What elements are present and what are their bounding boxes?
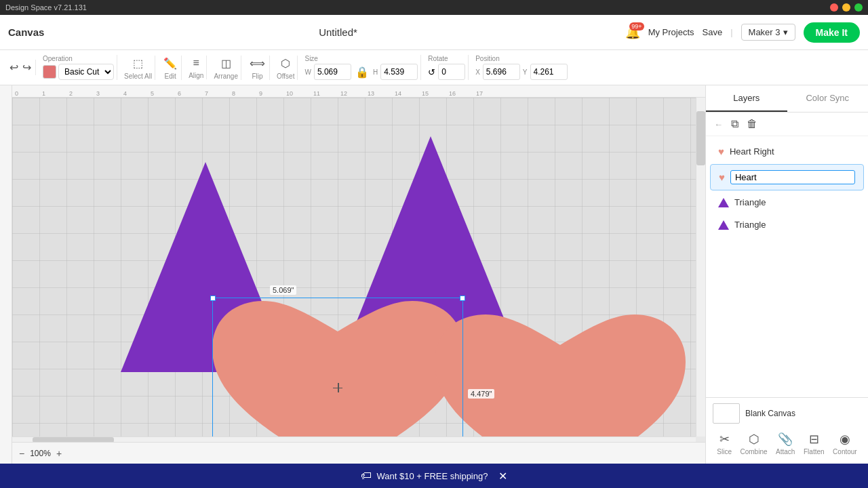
panel-delete-btn[interactable]: 🗑	[745, 117, 759, 131]
promo-close-btn[interactable]: ✕	[498, 470, 507, 483]
save-btn[interactable]: Save	[703, 27, 723, 37]
operation-color[interactable]	[43, 65, 56, 79]
document-title: Untitled*	[58, 26, 618, 38]
ruler-vertical	[0, 85, 12, 464]
slice-label: Slice	[717, 448, 732, 455]
redo-btn[interactable]: ↪	[21, 60, 33, 75]
heart-icon: ♥	[719, 171, 725, 183]
arrange-btn[interactable]: ◫	[220, 56, 233, 71]
panel-tabs: Layers Color Sync	[706, 85, 868, 113]
blank-canvas-label: Blank Canvas	[745, 409, 795, 418]
minimize-btn[interactable]	[842, 3, 850, 12]
panel-tool-attach[interactable]: 📎 Attach	[776, 432, 795, 455]
edit-group: ✏️ Edit	[159, 56, 182, 80]
heart-center[interactable]	[212, 301, 463, 436]
rotate-group: Rotate ↺	[425, 55, 469, 80]
edit-btn[interactable]: ✏️	[162, 56, 178, 71]
zoom-in-btn[interactable]: +	[56, 448, 62, 459]
layer-list: ♥ Heart Right ♥ Triangle Triangle	[706, 136, 868, 397]
rotate-input[interactable]	[438, 64, 465, 80]
flip-label: Flip	[252, 73, 262, 80]
right-panel: Layers Color Sync ← ⧉ 🗑 ♥ Heart Right ♥ …	[705, 85, 868, 464]
combine-icon: ⬡	[749, 432, 760, 447]
select-all-label: Select All	[124, 73, 152, 80]
heart-right[interactable]	[435, 314, 686, 436]
promo-text: Want $10 + FREE shipping?	[377, 471, 488, 481]
zoom-out-btn[interactable]: −	[19, 448, 24, 459]
panel-tool-combine[interactable]: ⬡ Combine	[741, 432, 768, 455]
position-group: Position X Y	[473, 55, 570, 80]
offset-group: ⬡ Offset	[274, 56, 298, 80]
window-controls	[830, 3, 863, 12]
tab-color-sync[interactable]: Color Sync	[787, 85, 869, 112]
panel-tools: ✂ Slice ⬡ Combine 📎 Attach ⊟ Flatten ◉	[713, 429, 861, 458]
panel-actions: ← ⧉ 🗑	[706, 113, 868, 136]
chevron-down-icon: ▾	[783, 27, 788, 37]
dim-width-label: 5.069"	[270, 285, 296, 295]
scrollbar-vertical[interactable]	[696, 98, 705, 436]
align-group: ≡ Align	[186, 56, 207, 79]
select-all-btn[interactable]: ⬚	[132, 56, 144, 71]
app-logo: Canvas	[8, 26, 44, 38]
x-label: X	[475, 68, 480, 76]
layer-name-triangle2: Triangle	[734, 220, 856, 230]
title-bar: Design Space v7.21.131	[0, 0, 868, 15]
promo-banner: 🏷 Want $10 + FREE shipping? ✕	[0, 464, 868, 488]
nav-divider: |	[730, 27, 732, 37]
make-it-btn[interactable]: Make It	[804, 22, 860, 43]
layer-item-heart-right[interactable]: ♥ Heart Right	[710, 140, 864, 163]
canvas-area[interactable]: 0 1 2 3 4 5 6 7 8 9 10 11 12 13 14 15 16…	[0, 85, 705, 464]
layer-item-triangle2[interactable]: Triangle	[710, 214, 864, 235]
edit-label: Edit	[165, 73, 176, 80]
close-btn[interactable]	[830, 3, 838, 12]
navbar-right: 🔔 99+ My Projects Save | Maker 3 ▾ Make …	[625, 22, 860, 43]
canvas-grid[interactable]: 5.069" 4.479"	[12, 98, 696, 436]
align-btn[interactable]: ≡	[192, 56, 201, 70]
panel-tool-flatten[interactable]: ⊟ Flatten	[804, 432, 825, 455]
combine-label: Combine	[741, 448, 768, 455]
canvas-content[interactable]: 5.069" 4.479"	[12, 98, 696, 436]
height-label: H	[373, 68, 378, 76]
maker-label: Maker 3	[749, 27, 781, 37]
panel-bottom: Blank Canvas ✂ Slice ⬡ Combine 📎 Attach …	[706, 397, 868, 464]
notifications-btn[interactable]: 🔔 99+	[625, 25, 640, 40]
offset-label: Offset	[277, 73, 295, 80]
tab-layers[interactable]: Layers	[706, 85, 787, 112]
maker-select-btn[interactable]: Maker 3 ▾	[741, 24, 795, 41]
panel-tool-slice[interactable]: ✂ Slice	[717, 432, 732, 455]
layer-item-triangle1[interactable]: Triangle	[710, 192, 864, 213]
ruler-h-ticks: 0 1 2 3 4 5 6 7 8 9 10 11 12 13 14 15 16…	[12, 85, 705, 97]
scrollbar-v-thumb[interactable]	[696, 111, 705, 165]
triangle2-icon	[718, 220, 729, 230]
navbar: Canvas Untitled* 🔔 99+ My Projects Save …	[0, 15, 868, 50]
width-input[interactable]	[314, 64, 351, 80]
panel-back-btn[interactable]: ←	[713, 118, 724, 131]
offset-btn[interactable]: ⬡	[279, 56, 292, 71]
panel-copy-btn[interactable]: ⧉	[730, 117, 740, 131]
y-input[interactable]	[530, 64, 568, 80]
height-input[interactable]	[380, 64, 418, 80]
attach-label: Attach	[776, 448, 795, 455]
operation-label: Operation	[43, 55, 73, 62]
flip-btn[interactable]: ⟺	[248, 56, 267, 71]
panel-tool-contour[interactable]: ◉ Contour	[833, 432, 857, 455]
maximize-btn[interactable]	[854, 3, 863, 12]
arrange-group: ◫ Arrange	[211, 56, 241, 80]
operation-group: Operation Basic Cut	[40, 55, 117, 80]
dim-height-label: 4.479"	[468, 389, 494, 399]
operation-select[interactable]: Basic Cut	[58, 64, 114, 80]
x-input[interactable]	[483, 64, 520, 80]
position-label: Position	[475, 55, 500, 62]
heart-right-icon: ♥	[718, 146, 724, 157]
contour-icon: ◉	[840, 432, 850, 447]
layer-item-heart[interactable]: ♥	[710, 164, 864, 190]
my-projects-btn[interactable]: My Projects	[648, 27, 694, 37]
flatten-label: Flatten	[804, 448, 825, 455]
flatten-icon: ⊟	[809, 432, 819, 447]
layer-name-heart-right: Heart Right	[730, 146, 856, 157]
y-label: Y	[523, 68, 528, 76]
size-label: Size	[304, 55, 317, 62]
scrollbar-horizontal[interactable]	[12, 436, 696, 442]
undo-btn[interactable]: ↩	[8, 60, 20, 75]
layer-name-input-heart[interactable]	[730, 170, 855, 184]
